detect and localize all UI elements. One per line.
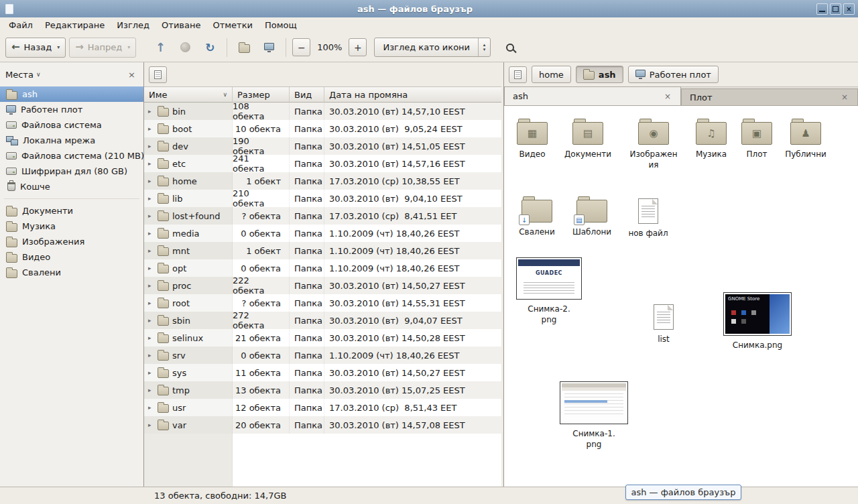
combo-spinner-icon[interactable]: ▴▾	[478, 38, 490, 56]
expander-icon[interactable]: ▸	[148, 404, 154, 411]
maximize-button[interactable]	[830, 3, 841, 15]
table-row[interactable]: ▸lost+found? обектаПапка17.03.2010 (ср) …	[144, 207, 501, 225]
location-toggle-button[interactable]	[149, 66, 167, 83]
expander-icon[interactable]: ▸	[148, 247, 154, 254]
path-button-home[interactable]: home	[532, 66, 571, 83]
expander-icon[interactable]: ▸	[148, 143, 154, 149]
table-row[interactable]: ▸etc241 обектаПапка30.03.2010 (вт) 14,57…	[144, 155, 501, 172]
places-title[interactable]: Места	[5, 70, 34, 80]
sidebar-item-Изображения[interactable]: Изображения	[0, 234, 143, 249]
sidebar-item-Файлова система[interactable]: Файлова система	[0, 117, 143, 133]
icon-view-item-Свалени[interactable]: ↓Свалени	[509, 195, 565, 238]
table-row[interactable]: ▸sys11 обектаПапка30.03.2010 (вт) 14,50,…	[144, 364, 501, 381]
table-row[interactable]: ▸opt0 обектаПапка1.10.2009 (чт) 18,40,26…	[144, 259, 501, 277]
expander-icon[interactable]: ▸	[148, 317, 154, 324]
sidebar-item-Работен плот[interactable]: Работен плот	[0, 102, 143, 117]
places-close-icon[interactable]: ×	[125, 70, 138, 80]
icon-view-item-нов файл[interactable]: нов файл	[620, 195, 676, 239]
expander-icon[interactable]: ▸	[148, 422, 154, 428]
expander-icon[interactable]: ▸	[148, 212, 154, 219]
menu-item-Отиване[interactable]: Отиване	[156, 18, 206, 32]
minimize-button[interactable]	[816, 3, 828, 15]
icon-view-item-Видео[interactable]: ▦Видео	[504, 117, 560, 160]
computer-button[interactable]	[258, 37, 280, 58]
reload-button[interactable]: ↻	[199, 37, 221, 58]
table-row[interactable]: ▸usr12 обектаПапка17.03.2010 (ср) 8,51,4…	[144, 399, 501, 416]
sidebar-item-Документи[interactable]: Документи	[0, 203, 143, 218]
expander-icon[interactable]: ▸	[148, 334, 154, 341]
view-mode-select[interactable]: Изглед като икони ▴▾	[374, 38, 491, 57]
menu-item-Изглед[interactable]: Изглед	[111, 18, 156, 32]
icon-view-item-Плот[interactable]: ▣Плот	[729, 117, 785, 160]
expander-icon[interactable]: ▸	[148, 265, 154, 271]
expander-icon[interactable]: ▸	[148, 125, 154, 132]
expander-icon[interactable]: ▸	[148, 352, 154, 359]
menu-item-Отметки[interactable]: Отметки	[206, 18, 258, 32]
expander-icon[interactable]: ▸	[148, 369, 154, 376]
menu-item-Редактиране[interactable]: Редактиране	[39, 18, 111, 32]
expander-icon[interactable]: ▸	[148, 108, 154, 115]
table-row[interactable]: ▸dev190 обектаПапка30.03.2010 (вт) 14,51…	[144, 137, 501, 155]
expander-icon[interactable]: ▸	[148, 230, 154, 237]
expander-icon[interactable]: ▸	[148, 282, 154, 289]
icon-view-item-Публични[interactable]: ♟Публични	[778, 117, 834, 160]
up-button[interactable]: ↑	[149, 37, 171, 58]
search-button[interactable]	[499, 37, 521, 58]
sidebar-item-Кошче[interactable]: Кошче	[0, 179, 143, 194]
table-row[interactable]: ▸selinux21 обектаПапка30.03.2010 (вт) 14…	[144, 329, 501, 346]
tab-close-icon[interactable]: ×	[663, 92, 672, 101]
back-button[interactable]: ← Назад ▾	[5, 38, 66, 58]
table-row[interactable]: ▸media0 обектаПапка1.10.2009 (чт) 18,40,…	[144, 225, 501, 242]
column-header-Дата на промяна[interactable]: Дата на промяна	[324, 87, 501, 103]
table-row[interactable]: ▸bin108 обектаПапка30.03.2010 (вт) 14,57…	[144, 103, 501, 120]
icon-view-item-Документи[interactable]: ▤Документи	[560, 117, 616, 160]
sidebar-item-Свалени[interactable]: Свалени	[0, 265, 143, 280]
back-dropdown-icon[interactable]: ▾	[57, 44, 60, 50]
places-dropdown-icon[interactable]: ∨	[36, 71, 41, 78]
tab-ash[interactable]: ash×	[504, 86, 681, 105]
icon-view-item-list[interactable]: list	[635, 301, 692, 345]
home-button[interactable]	[233, 37, 255, 58]
expander-icon[interactable]: ▸	[148, 387, 154, 393]
icon-view-item-Изображения[interactable]: ◉Изображения	[625, 117, 682, 170]
zoom-out-button[interactable]: −	[292, 38, 310, 56]
table-row[interactable]: ▸mnt1 обектПапка1.10.2009 (чт) 18,40,26 …	[144, 242, 501, 259]
table-row[interactable]: ▸home1 обектПапка17.03.2010 (ср) 10,38,5…	[144, 172, 501, 190]
table-row[interactable]: ▸lib210 обектаПапка30.03.2010 (вт) 9,04,…	[144, 190, 501, 207]
tab-Плот[interactable]: Плот×	[681, 88, 858, 105]
table-row[interactable]: ▸var20 обектаПапка30.03.2010 (вт) 14,57,…	[144, 416, 501, 434]
icon-view-item-Шаблони[interactable]: ▤Шаблони	[564, 195, 620, 238]
taskbar-window-chip[interactable]: ash — файлов браузър	[625, 485, 741, 500]
zoom-in-button[interactable]: +	[349, 38, 367, 56]
sidebar-item-ash[interactable]: ash	[0, 86, 143, 102]
column-header-Вид[interactable]: Вид	[290, 87, 324, 103]
table-row[interactable]: ▸proc222 обектаПапка30.03.2010 (вт) 14,5…	[144, 277, 501, 294]
expander-icon[interactable]: ▸	[148, 178, 154, 184]
sidebar-item-Видео[interactable]: Видео	[0, 249, 143, 265]
column-header-Размер[interactable]: Размер	[233, 87, 290, 103]
table-row[interactable]: ▸srv0 обектаПапка1.10.2009 (чт) 18,40,26…	[144, 346, 501, 364]
path-button-Работен плот[interactable]: Работен плот	[628, 66, 719, 83]
path-button-ash[interactable]: ash	[576, 66, 623, 83]
sidebar-item-Шифриран дял (80 GB)[interactable]: Шифриран дял (80 GB)	[0, 164, 143, 179]
tab-close-icon[interactable]: ×	[840, 92, 849, 102]
location-toggle-button[interactable]	[509, 66, 527, 83]
expander-icon[interactable]: ▸	[148, 160, 154, 167]
table-row[interactable]: ▸sbin272 обектаПапка30.03.2010 (вт) 9,04…	[144, 312, 501, 329]
menu-item-Файл[interactable]: Файл	[3, 18, 39, 32]
stop-button[interactable]	[174, 37, 196, 58]
expander-icon[interactable]: ▸	[148, 300, 154, 306]
icon-view-item-Снимка-2.png[interactable]: GUADECСнимка-2.png	[514, 257, 584, 325]
sidebar-item-Файлова система (210 MB)[interactable]: Файлова система (210 MB)	[0, 148, 143, 164]
table-row[interactable]: ▸root? обектаПапка30.03.2010 (вт) 14,55,…	[144, 294, 501, 312]
table-row[interactable]: ▸boot10 обектаПапка30.03.2010 (вт) 9,05,…	[144, 120, 501, 137]
icon-view-item-Снимка.png[interactable]: GNOME StoreСнимка.png	[723, 292, 792, 351]
close-button[interactable]: ×	[843, 3, 855, 15]
icon-view-item-Снимка-1.png[interactable]: Снимка-1.png	[559, 381, 629, 450]
forward-button[interactable]: → Напред ▾	[69, 38, 136, 58]
column-header-Име[interactable]: Име∨	[144, 87, 233, 103]
menu-item-Помощ[interactable]: Помощ	[259, 18, 303, 32]
sidebar-item-Музика[interactable]: Музика	[0, 218, 143, 234]
expander-icon[interactable]: ▸	[148, 195, 154, 202]
sidebar-item-Локална мрежа[interactable]: Локална мрежа	[0, 133, 143, 148]
